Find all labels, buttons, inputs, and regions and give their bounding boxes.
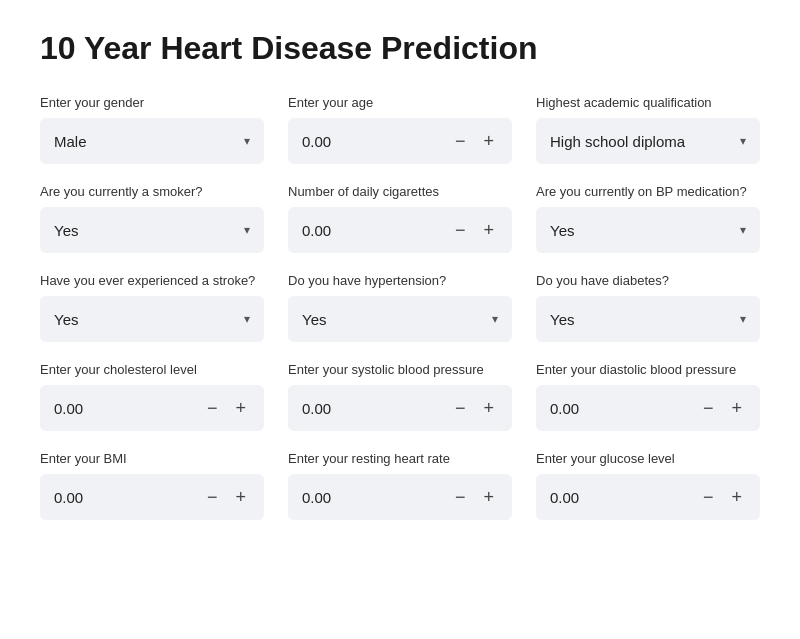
- chevron-down-icon: ▾: [244, 134, 250, 148]
- chevron-down-icon: ▾: [492, 312, 498, 326]
- number-buttons-cholesterol: −+: [203, 399, 250, 417]
- label-diastolic: Enter your diastolic blood pressure: [536, 362, 760, 377]
- number-value-glucose: 0.00: [550, 489, 699, 506]
- number-buttons-cigarettes: −+: [451, 221, 498, 239]
- select-smoker[interactable]: Yes▾: [40, 207, 264, 253]
- number-value-cigarettes: 0.00: [302, 222, 451, 239]
- plus-button-heart_rate[interactable]: +: [479, 488, 498, 506]
- chevron-down-icon: ▾: [244, 223, 250, 237]
- select-value-hypertension: Yes: [302, 311, 492, 328]
- label-glucose: Enter your glucose level: [536, 451, 760, 466]
- plus-button-diastolic[interactable]: +: [727, 399, 746, 417]
- label-bp_medication: Are you currently on BP medication?: [536, 184, 760, 199]
- label-stroke: Have you ever experienced a stroke?: [40, 273, 264, 288]
- number-buttons-diastolic: −+: [699, 399, 746, 417]
- field-smoker: Are you currently a smoker?Yes▾: [40, 184, 264, 253]
- field-cigarettes: Number of daily cigarettes0.00−+: [288, 184, 512, 253]
- plus-button-bmi[interactable]: +: [231, 488, 250, 506]
- number-value-cholesterol: 0.00: [54, 400, 203, 417]
- select-qualification[interactable]: High school diploma▾: [536, 118, 760, 164]
- select-value-qualification: High school diploma: [550, 133, 740, 150]
- number-buttons-bmi: −+: [203, 488, 250, 506]
- select-stroke[interactable]: Yes▾: [40, 296, 264, 342]
- select-hypertension[interactable]: Yes▾: [288, 296, 512, 342]
- select-value-stroke: Yes: [54, 311, 244, 328]
- select-diabetes[interactable]: Yes▾: [536, 296, 760, 342]
- minus-button-bmi[interactable]: −: [203, 488, 222, 506]
- select-value-bp_medication: Yes: [550, 222, 740, 239]
- field-diastolic: Enter your diastolic blood pressure0.00−…: [536, 362, 760, 431]
- label-smoker: Are you currently a smoker?: [40, 184, 264, 199]
- label-systolic: Enter your systolic blood pressure: [288, 362, 512, 377]
- minus-button-diastolic[interactable]: −: [699, 399, 718, 417]
- chevron-down-icon: ▾: [740, 312, 746, 326]
- field-gender: Enter your genderMale▾: [40, 95, 264, 164]
- minus-button-heart_rate[interactable]: −: [451, 488, 470, 506]
- field-glucose: Enter your glucose level0.00−+: [536, 451, 760, 520]
- label-diabetes: Do you have diabetes?: [536, 273, 760, 288]
- number-control-cigarettes: 0.00−+: [288, 207, 512, 253]
- label-hypertension: Do you have hypertension?: [288, 273, 512, 288]
- select-bp_medication[interactable]: Yes▾: [536, 207, 760, 253]
- number-buttons-glucose: −+: [699, 488, 746, 506]
- number-value-bmi: 0.00: [54, 489, 203, 506]
- plus-button-age[interactable]: +: [479, 132, 498, 150]
- chevron-down-icon: ▾: [244, 312, 250, 326]
- number-value-age: 0.00: [302, 133, 451, 150]
- field-age: Enter your age0.00−+: [288, 95, 512, 164]
- number-control-systolic: 0.00−+: [288, 385, 512, 431]
- field-bmi: Enter your BMI0.00−+: [40, 451, 264, 520]
- number-control-diastolic: 0.00−+: [536, 385, 760, 431]
- minus-button-glucose[interactable]: −: [699, 488, 718, 506]
- field-bp_medication: Are you currently on BP medication?Yes▾: [536, 184, 760, 253]
- number-buttons-heart_rate: −+: [451, 488, 498, 506]
- plus-button-systolic[interactable]: +: [479, 399, 498, 417]
- field-systolic: Enter your systolic blood pressure0.00−+: [288, 362, 512, 431]
- field-stroke: Have you ever experienced a stroke?Yes▾: [40, 273, 264, 342]
- minus-button-systolic[interactable]: −: [451, 399, 470, 417]
- field-cholesterol: Enter your cholesterol level0.00−+: [40, 362, 264, 431]
- label-gender: Enter your gender: [40, 95, 264, 110]
- select-value-gender: Male: [54, 133, 244, 150]
- number-value-heart_rate: 0.00: [302, 489, 451, 506]
- number-control-heart_rate: 0.00−+: [288, 474, 512, 520]
- number-control-cholesterol: 0.00−+: [40, 385, 264, 431]
- page-title: 10 Year Heart Disease Prediction: [40, 30, 760, 67]
- label-cigarettes: Number of daily cigarettes: [288, 184, 512, 199]
- field-heart_rate: Enter your resting heart rate0.00−+: [288, 451, 512, 520]
- plus-button-cholesterol[interactable]: +: [231, 399, 250, 417]
- minus-button-age[interactable]: −: [451, 132, 470, 150]
- number-value-diastolic: 0.00: [550, 400, 699, 417]
- field-hypertension: Do you have hypertension?Yes▾: [288, 273, 512, 342]
- plus-button-cigarettes[interactable]: +: [479, 221, 498, 239]
- label-age: Enter your age: [288, 95, 512, 110]
- number-control-bmi: 0.00−+: [40, 474, 264, 520]
- chevron-down-icon: ▾: [740, 223, 746, 237]
- select-value-smoker: Yes: [54, 222, 244, 239]
- number-buttons-systolic: −+: [451, 399, 498, 417]
- number-control-age: 0.00−+: [288, 118, 512, 164]
- number-value-systolic: 0.00: [302, 400, 451, 417]
- plus-button-glucose[interactable]: +: [727, 488, 746, 506]
- select-gender[interactable]: Male▾: [40, 118, 264, 164]
- label-qualification: Highest academic qualification: [536, 95, 760, 110]
- label-cholesterol: Enter your cholesterol level: [40, 362, 264, 377]
- field-qualification: Highest academic qualificationHigh schoo…: [536, 95, 760, 164]
- number-control-glucose: 0.00−+: [536, 474, 760, 520]
- minus-button-cigarettes[interactable]: −: [451, 221, 470, 239]
- field-diabetes: Do you have diabetes?Yes▾: [536, 273, 760, 342]
- label-heart_rate: Enter your resting heart rate: [288, 451, 512, 466]
- label-bmi: Enter your BMI: [40, 451, 264, 466]
- number-buttons-age: −+: [451, 132, 498, 150]
- select-value-diabetes: Yes: [550, 311, 740, 328]
- minus-button-cholesterol[interactable]: −: [203, 399, 222, 417]
- form-grid: Enter your genderMale▾Enter your age0.00…: [40, 95, 760, 520]
- chevron-down-icon: ▾: [740, 134, 746, 148]
